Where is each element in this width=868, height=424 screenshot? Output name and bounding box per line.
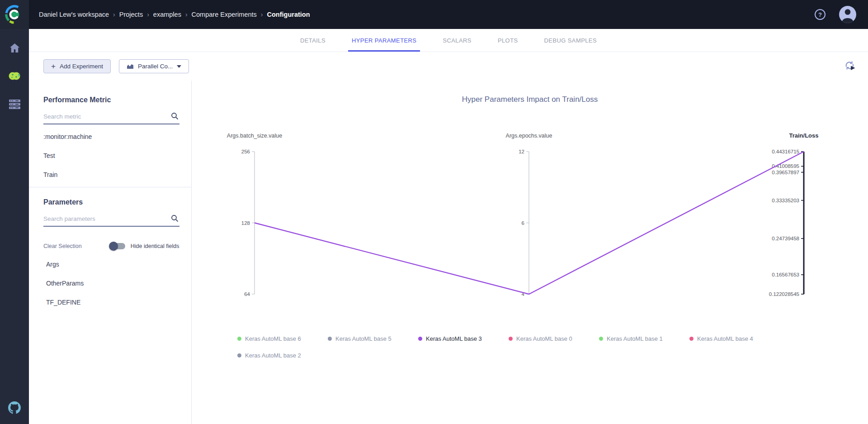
tick-label: 0.16567653 [772,272,799,277]
tab-plots[interactable]: PLOTS [494,29,522,52]
chevron-down-icon [177,65,181,68]
series-color-dot [237,337,241,341]
tick-label: 64 [244,291,250,297]
view-selector-dropdown[interactable]: Parallel Co... [119,59,189,73]
metric-item[interactable]: Test [43,146,179,165]
series-color-dot [689,337,693,341]
tab-hyper-parameters[interactable]: HYPER PARAMETERS [348,29,420,52]
sidebar-nav [0,29,29,424]
help-glyph: ? [818,11,822,18]
tab-bar: DETAILSHYPER PARAMETERSSCALARSPLOTSDEBUG… [29,29,868,52]
series-name: Keras AutoML base 1 [607,335,663,342]
series-name: Keras AutoML base 4 [697,335,753,342]
legend-item[interactable]: Keras AutoML base 2 [237,352,328,359]
breadcrumb-item[interactable]: Compare Experiments [192,11,257,18]
plus-icon: + [51,62,56,70]
metric-item[interactable]: Train [43,165,179,184]
chart-area: Hyper Parameters Impact on Train/Loss Ar… [192,81,868,424]
area-chart-icon [127,63,134,69]
auto-refresh-button[interactable] [844,60,856,73]
legend-item[interactable]: Keras AutoML base 5 [328,335,418,342]
parameter-group-item[interactable]: OtherParams [43,274,179,293]
tick-label: 128 [241,220,250,226]
view-selector-label: Parallel Co... [138,63,173,70]
performance-metric-heading: Performance Metric [43,96,179,104]
breadcrumb-item[interactable]: Projects [119,11,143,18]
toolbar: + Add Experiment Parallel Co... [29,52,868,81]
sidebar-item-projects[interactable] [5,67,24,85]
search-icon [171,112,179,120]
refresh-icon [844,60,856,71]
sidebar-item-home[interactable] [5,39,24,57]
parameter-group-item[interactable]: TF_DEFINE [43,293,179,312]
tick-label: 256 [241,149,250,154]
axis-title: Args.epochs.value [506,133,552,139]
search-icon [171,214,179,222]
clear-selection-link[interactable]: Clear Selection [43,243,82,249]
hide-identical-toggle[interactable] [110,243,125,249]
main-area: DETAILSHYPER PARAMETERSSCALARSPLOTSDEBUG… [29,29,868,424]
series-color-dot [418,337,422,341]
breadcrumb-item[interactable]: examples [153,11,181,18]
tick-label: 0.33335203 [772,198,799,203]
clearml-logo-icon [4,4,25,25]
add-experiment-label: Add Experiment [60,63,103,70]
avatar[interactable] [839,6,856,23]
search-metric-input[interactable] [43,113,165,120]
series-color-dot [599,337,603,341]
breadcrumb-separator-icon: › [185,11,188,18]
add-experiment-button[interactable]: + Add Experiment [43,59,111,73]
series-name: Keras AutoML base 6 [245,335,301,342]
parameter-group-list: ArgsOtherParamsTF_DEFINE [43,255,179,312]
parallel-coordinates-chart[interactable]: Args.batch_size.value25612864Args.epochs… [192,81,868,325]
parameter-group-item[interactable]: Args [43,255,179,274]
axis-title: Train/Loss [789,132,818,139]
sidebar-item-datasets[interactable] [5,95,24,113]
hide-identical-label: Hide identical fields [131,243,179,249]
tab-scalars[interactable]: SCALARS [439,29,475,52]
tick-label: 0.24739458 [772,236,799,241]
tick-label: 12 [519,149,524,154]
series-name: Keras AutoML base 2 [245,352,301,359]
legend-item[interactable]: Keras AutoML base 1 [599,335,689,342]
projects-brain-icon [8,71,21,81]
series-name: Keras AutoML base 0 [516,335,572,342]
breadcrumb: Daniel Lew's workspace›Projects›examples… [39,11,310,18]
github-icon [8,401,21,414]
series-color-dot [237,353,241,357]
datasets-server-icon [9,100,20,109]
breadcrumb-item[interactable]: Daniel Lew's workspace [39,11,109,18]
tick-label: 0.122028545 [769,291,799,297]
sidebar-item-github[interactable] [8,401,21,416]
axis-title: Args.batch_size.value [227,133,282,139]
metric-list: :monitor:machineTestTrain [43,127,179,184]
selection-controls: Clear Selection Hide identical fields [43,243,179,249]
legend-item[interactable]: Keras AutoML base 6 [237,335,328,342]
tick-label: 6 [522,220,524,226]
breadcrumb-item[interactable]: Configuration [267,11,310,18]
chart-legend: Keras AutoML base 6Keras AutoML base 5Ke… [237,335,784,359]
tab-debug-samples[interactable]: DEBUG SAMPLES [541,29,600,52]
series-color-dot [328,337,332,341]
breadcrumb-separator-icon: › [113,11,115,18]
series-name: Keras AutoML base 5 [335,335,392,342]
legend-item[interactable]: Keras AutoML base 0 [509,335,599,342]
user-icon [839,6,856,23]
toggle-knob [109,242,118,251]
topbar-actions: ? [815,6,856,23]
metric-item[interactable]: :monitor:machine [43,127,179,146]
help-icon[interactable]: ? [815,9,826,20]
tick-label: 0.39657897 [772,170,799,175]
search-parameters-input[interactable] [43,215,165,222]
tab-details[interactable]: DETAILS [297,29,329,52]
top-app-bar: Daniel Lew's workspace›Projects›examples… [0,0,868,29]
content: Performance Metric :monitor:machineTestT… [29,81,868,424]
metric-search [43,110,179,124]
tick-label: 0.44316715 [772,149,799,154]
parameters-search [43,213,179,227]
home-icon [9,43,20,53]
parameters-heading: Parameters [43,198,179,206]
legend-item[interactable]: Keras AutoML base 4 [689,335,780,342]
legend-item[interactable]: Keras AutoML base 3 [418,335,509,342]
clearml-logo[interactable] [0,0,29,29]
